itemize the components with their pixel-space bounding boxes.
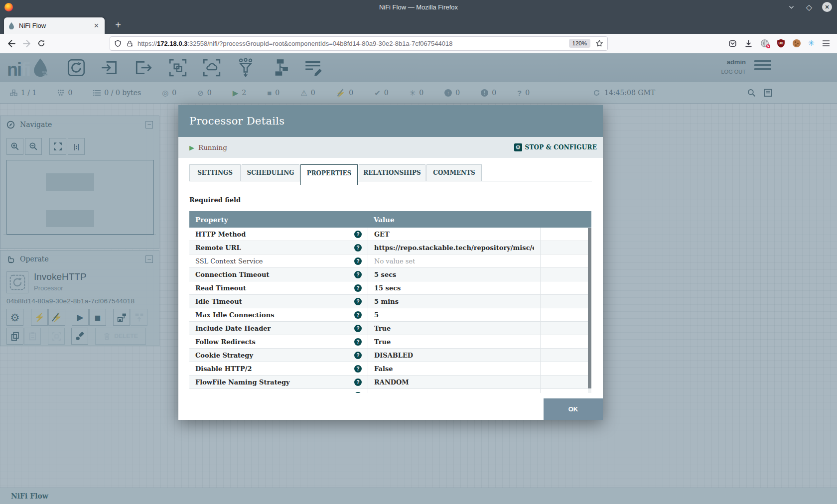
help-icon[interactable]: ? [354,284,362,292]
row-extra-cell [540,295,588,308]
help-icon[interactable]: ? [354,392,362,393]
row-extra-cell [540,308,588,321]
new-tab-button[interactable]: + [111,17,126,32]
help-icon[interactable]: ? [354,378,362,386]
table-body: HTTP Method? GET Remote URL? https://rep… [189,228,591,393]
table-row[interactable]: Connection Timeout? 5 secs [189,268,591,281]
property-value: No value set [374,257,415,265]
row-extra-cell [540,389,588,393]
processor-details-dialog: Processor Details ▶ Running ⚙ STOP & CON… [178,105,603,420]
table-row[interactable]: Max Idle Connections? 5 [189,308,591,322]
shield-icon[interactable] [114,40,122,47]
property-value: False [374,365,393,373]
forward-icon[interactable] [19,36,34,50]
help-icon[interactable]: ? [354,244,362,252]
url-bar[interactable]: https://172.18.0.3:32558/nifi/?processGr… [110,36,608,51]
lock-warning-icon[interactable] [126,40,134,47]
property-name: HTTP Method [195,231,246,238]
help-icon[interactable]: ? [354,365,362,373]
ublock-icon[interactable]: UO [777,39,785,48]
bookmark-star-icon[interactable] [595,39,603,47]
url-text[interactable]: https://172.18.0.3:32558/nifi/?processGr… [138,40,569,47]
scrollbar-thumb[interactable] [588,228,591,388]
help-icon[interactable]: ? [354,352,362,359]
property-name: Remote URL [195,244,241,252]
zoom-level-badge[interactable]: 120% [569,39,590,48]
nifi-favicon [8,22,15,29]
stop-configure-button[interactable]: ⚙ STOP & CONFIGURE [514,143,597,151]
column-property: Property [189,216,368,224]
property-value: True [374,325,391,332]
help-icon[interactable]: ? [354,231,362,238]
dialog-header: Processor Details [178,105,603,137]
help-icon[interactable]: ? [354,325,362,332]
table-row[interactable]: Remote URL? https://repo.stackable.tech/… [189,241,591,254]
table-scrollbar[interactable] [588,228,591,393]
property-value: RANDOM [374,378,409,386]
help-icon[interactable]: ? [354,298,362,305]
table-row[interactable]: Idle Timeout? 5 mins [189,295,591,308]
tab-close-icon[interactable]: ✕ [92,22,101,29]
minimize-icon[interactable] [786,2,796,12]
property-name: Read Timeout [195,284,246,292]
extension-disabled-icon[interactable] [760,39,769,48]
ok-button[interactable]: OK [544,398,603,420]
back-icon[interactable] [4,36,19,50]
property-name: Include Date Header [195,325,271,332]
menu-icon[interactable] [822,40,830,47]
table-header: Property Value [189,211,591,228]
reload-icon[interactable] [34,36,49,50]
table-row[interactable]: HTTP Method? GET [189,228,591,241]
maximize-icon[interactable]: ◇ [804,2,814,12]
tab-title: NiFi Flow [19,22,92,29]
property-value: 5 mins [374,298,399,305]
property-name: FlowFile Naming Strategy [195,378,290,386]
property-value: No value set [374,392,415,393]
help-icon[interactable]: ? [354,257,362,265]
row-extra-cell [540,349,588,362]
help-icon[interactable]: ? [354,311,362,319]
close-icon[interactable]: ✕ [822,2,832,12]
download-icon[interactable] [744,39,753,48]
property-value: DISABLED [374,352,413,359]
row-extra-cell [540,362,588,375]
table-row[interactable]: SSL Context Service? No value set [189,254,591,268]
property-value: https://repo.stackable.tech/repository/m… [374,244,534,252]
pocket-icon[interactable] [728,39,737,48]
row-extra-cell [540,281,588,294]
tab-settings[interactable]: SETTINGS [189,164,241,181]
row-extra-cell [540,335,588,348]
property-name: Idle Timeout [195,298,242,305]
table-row[interactable]: Include Date Header? True [189,322,591,335]
dialog-status-bar: ▶ Running ⚙ STOP & CONFIGURE [178,137,603,158]
screen: NiFi Flow — Mozilla Firefox ◇ ✕ NiFi Flo… [0,0,837,504]
extension-asterisk-icon[interactable]: ✳ [808,39,815,47]
help-icon[interactable]: ? [354,338,362,346]
property-name: Cookie Strategy [195,352,253,359]
property-name: Disable HTTP/2 [195,365,252,373]
property-value: 5 secs [374,271,396,278]
table-row[interactable]: Follow Redirects? True [189,335,591,349]
tab-scheduling[interactable]: SCHEDULING [242,164,299,181]
table-row[interactable]: FlowFile Naming Strategy? RANDOM [189,376,591,389]
property-name: Connection Timeout [195,271,269,278]
table-row[interactable]: Disable HTTP/2? False [189,362,591,376]
tab-comments[interactable]: COMMENTS [426,164,482,181]
nifi-page: nifi [0,53,837,504]
cookie-icon[interactable] [793,39,801,47]
property-value: 15 secs [374,284,401,292]
tab-properties[interactable]: PROPERTIES [300,164,358,185]
table-row[interactable]: Cookie Strategy? DISABLED [189,349,591,362]
table-row-partial[interactable]: ? No value set [189,389,591,393]
svg-text:UO: UO [778,41,783,45]
firefox-icon [4,3,13,11]
row-extra-cell [540,241,588,254]
help-icon[interactable]: ? [354,271,362,278]
row-extra-cell [540,268,588,281]
required-field-label: Required field [189,196,592,204]
table-row[interactable]: Read Timeout? 15 secs [189,281,591,295]
browser-tab[interactable]: NiFi Flow ✕ [4,17,105,34]
running-status-icon: ▶ [189,144,194,151]
running-status-label: Running [198,143,227,151]
tab-relationships[interactable]: RELATIONSHIPS [359,164,425,181]
